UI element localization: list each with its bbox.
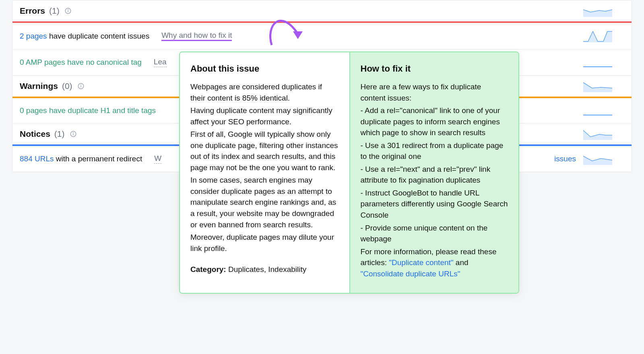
sparkline bbox=[583, 56, 612, 68]
issue-count-link[interactable]: 2 pages bbox=[20, 32, 47, 40]
sparkline bbox=[583, 105, 612, 117]
svg-point-6 bbox=[80, 85, 81, 85]
notices-count: (1) bbox=[54, 129, 65, 139]
issue-text: 884 URLs with a permanent redirect bbox=[20, 154, 142, 163]
about-title: About this issue bbox=[190, 64, 339, 74]
why-how-fix-link[interactable]: W bbox=[154, 154, 161, 164]
info-icon[interactable] bbox=[70, 130, 77, 138]
errors-title: Errors bbox=[20, 6, 45, 16]
issues-link[interactable]: issues bbox=[554, 154, 576, 163]
issue-popover: About this issue Webpages are considered… bbox=[179, 51, 519, 294]
about-body: Webpages are considered duplicates if th… bbox=[190, 81, 339, 254]
howto-panel: How to fix it Here are a few ways to fix… bbox=[349, 52, 519, 293]
why-how-fix-link[interactable]: Why and how to fix it bbox=[161, 31, 232, 41]
category-value: Duplicates, Indexability bbox=[226, 265, 307, 274]
sparkline bbox=[583, 80, 612, 92]
errors-header: Errors (1) bbox=[12, 0, 632, 21]
howto-title: How to fix it bbox=[361, 64, 508, 74]
sparkline bbox=[583, 153, 612, 165]
errors-count: (1) bbox=[49, 6, 60, 16]
svg-point-2 bbox=[68, 10, 68, 10]
sparkline bbox=[583, 30, 612, 42]
issue-text: 0 pages have duplicate H1 and title tags bbox=[20, 106, 156, 115]
sparkline bbox=[583, 5, 612, 17]
info-icon[interactable] bbox=[77, 82, 85, 90]
about-panel: About this issue Webpages are considered… bbox=[180, 52, 349, 293]
issue-text: 0 AMP pages have no canonical tag bbox=[20, 58, 142, 67]
issue-row[interactable]: 2 pages have duplicate content issues Wh… bbox=[12, 23, 632, 49]
howto-body: Here are a few ways to fix duplicate con… bbox=[361, 81, 508, 279]
sparkline bbox=[583, 128, 612, 140]
info-icon[interactable] bbox=[64, 7, 72, 14]
svg-point-10 bbox=[73, 133, 73, 133]
notices-title: Notices bbox=[20, 129, 50, 139]
warnings-title: Warnings bbox=[20, 81, 58, 91]
issue-count-link[interactable]: 884 URLs bbox=[20, 154, 54, 163]
warnings-count: (0) bbox=[62, 81, 72, 91]
article-link[interactable]: "Consolidate duplicate URLs" bbox=[361, 270, 460, 278]
why-how-fix-link[interactable]: Lea bbox=[154, 58, 167, 67]
issue-text: 2 pages have duplicate content issues bbox=[20, 32, 149, 41]
article-link[interactable]: "Duplicate content" bbox=[389, 258, 453, 267]
category-label: Category: bbox=[190, 265, 226, 274]
category-line: Category: Duplicates, Indexability bbox=[190, 265, 339, 274]
